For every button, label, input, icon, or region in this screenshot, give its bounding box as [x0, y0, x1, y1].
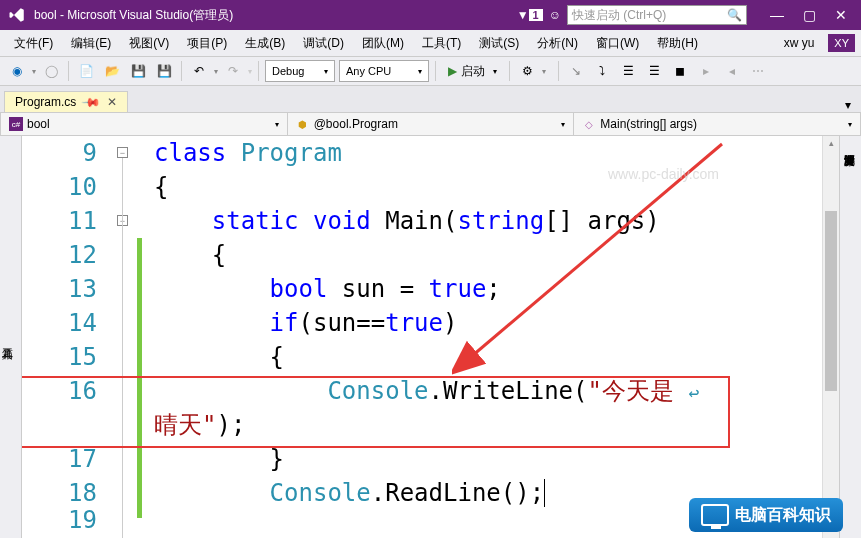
line-number: 10 [22, 170, 97, 204]
menu-window[interactable]: 窗口(W) [588, 32, 647, 55]
line-number: 14 [22, 306, 97, 340]
code-editor[interactable]: 9 10 11 12 13 14 15 16 17 18 19 − − clas… [22, 136, 839, 538]
vertical-scrollbar[interactable]: ▴ [822, 136, 839, 538]
line-number: 9 [22, 136, 97, 170]
menu-bar: 文件(F) 编辑(E) 视图(V) 项目(P) 生成(B) 调试(D) 团队(M… [0, 30, 861, 56]
find-icon[interactable]: ⋯ [747, 60, 769, 82]
fold-toggle[interactable]: − [117, 147, 128, 158]
menu-project[interactable]: 项目(P) [179, 32, 235, 55]
nav-method[interactable]: ◇ Main(string[] args) ▾ [574, 113, 860, 135]
uncomment-icon[interactable]: ☰ [643, 60, 665, 82]
save-all-button[interactable]: 💾 [153, 60, 175, 82]
process-button[interactable]: ⚙ [516, 60, 538, 82]
prev-icon[interactable]: ◂ [721, 60, 743, 82]
nav-back-button[interactable]: ◉ [6, 60, 28, 82]
next-icon[interactable]: ▸ [695, 60, 717, 82]
maximize-button[interactable]: ▢ [797, 5, 821, 25]
menu-team[interactable]: 团队(M) [354, 32, 412, 55]
file-tab[interactable]: Program.cs 📌 ✕ [4, 91, 128, 112]
tab-filename: Program.cs [15, 95, 76, 109]
redo-button[interactable]: ↷ [222, 60, 244, 82]
new-project-button[interactable]: 📄 [75, 60, 97, 82]
config-select[interactable]: Debug▾ [265, 60, 335, 82]
word-wrap-icon: ↩ [688, 382, 699, 403]
line-number: 18 [22, 476, 97, 510]
user-name[interactable]: xw yu [776, 36, 823, 50]
step-over-icon[interactable]: ⤵ [591, 60, 613, 82]
solution-explorer-tab[interactable]: 解决方案资源管理器 [840, 142, 859, 538]
quick-launch-placeholder: 快速启动 (Ctrl+Q) [572, 7, 666, 24]
toolbar: ◉ ▾ ◯ 📄 📂 💾 💾 ↶ ▾ ↷ ▾ Debug▾ Any CPU▾ ▶启… [0, 56, 861, 86]
platform-select[interactable]: Any CPU▾ [339, 60, 429, 82]
left-panel-toolbox[interactable]: 工具箱 [0, 136, 22, 538]
line-number: 19 [22, 510, 97, 530]
fold-strip: − − [117, 136, 137, 538]
quick-launch-input[interactable]: 快速启动 (Ctrl+Q) 🔍 [567, 5, 747, 25]
save-button[interactable]: 💾 [127, 60, 149, 82]
menu-analyze[interactable]: 分析(N) [529, 32, 586, 55]
user-badge[interactable]: XY [828, 34, 855, 52]
title-bar: bool - Microsoft Visual Studio(管理员) ▼1 ☺… [0, 0, 861, 30]
tab-close-icon[interactable]: ✕ [107, 95, 117, 109]
notification-flag-icon[interactable]: ▼1 [517, 8, 543, 22]
vs-logo-icon [8, 6, 26, 24]
menu-tools[interactable]: 工具(T) [414, 32, 469, 55]
line-number: 12 [22, 238, 97, 272]
window-title: bool - Microsoft Visual Studio(管理员) [34, 7, 233, 24]
branding-logo: 电脑百科知识 [689, 498, 843, 532]
undo-button[interactable]: ↶ [188, 60, 210, 82]
minimize-button[interactable]: — [765, 5, 789, 25]
main-area: 工具箱 9 10 11 12 13 14 15 16 17 18 19 − − [0, 136, 861, 538]
menu-view[interactable]: 视图(V) [121, 32, 177, 55]
menu-edit[interactable]: 编辑(E) [63, 32, 119, 55]
right-panel-strip: 解决方案资源管理器 团队资源管理器 诊断工具 属性 [839, 136, 861, 538]
pin-icon[interactable]: 📌 [82, 92, 103, 113]
line-number: 11 [22, 204, 97, 238]
document-tab-strip: Program.cs 📌 ✕ ▾ [0, 86, 861, 112]
step-into-icon[interactable]: ↘ [565, 60, 587, 82]
code-text-area[interactable]: class Program { static void Main(string[… [142, 136, 839, 538]
method-icon: ◇ [582, 117, 596, 131]
feedback-icon[interactable]: ☺ [549, 8, 561, 22]
menu-test[interactable]: 测试(S) [471, 32, 527, 55]
menu-help[interactable]: 帮助(H) [649, 32, 706, 55]
search-icon: 🔍 [727, 8, 742, 22]
line-number: 15 [22, 340, 97, 374]
nav-project[interactable]: c# bool ▾ [1, 113, 288, 135]
bookmark-icon[interactable]: ◼ [669, 60, 691, 82]
nav-class[interactable]: ⬢ @bool.Program ▾ [288, 113, 575, 135]
class-icon: ⬢ [296, 117, 310, 131]
launch-button[interactable]: ▶启动▾ [442, 63, 503, 80]
line-number: 16 [22, 374, 97, 408]
code-nav-bar: c# bool ▾ ⬢ @bool.Program ▾ ◇ Main(strin… [0, 112, 861, 136]
line-number-gutter: 9 10 11 12 13 14 15 16 17 18 19 [22, 136, 117, 538]
line-number: 13 [22, 272, 97, 306]
nav-forward-button[interactable]: ◯ [40, 60, 62, 82]
csharp-project-icon: c# [9, 117, 23, 131]
line-number: 17 [22, 442, 97, 476]
menu-build[interactable]: 生成(B) [237, 32, 293, 55]
notification-count: 1 [529, 9, 543, 21]
close-button[interactable]: ✕ [829, 5, 853, 25]
tab-dropdown-icon[interactable]: ▾ [839, 98, 857, 112]
scroll-thumb[interactable] [825, 211, 837, 391]
menu-file[interactable]: 文件(F) [6, 32, 61, 55]
monitor-icon [701, 504, 729, 526]
menu-debug[interactable]: 调试(D) [295, 32, 352, 55]
comment-icon[interactable]: ☰ [617, 60, 639, 82]
open-file-button[interactable]: 📂 [101, 60, 123, 82]
